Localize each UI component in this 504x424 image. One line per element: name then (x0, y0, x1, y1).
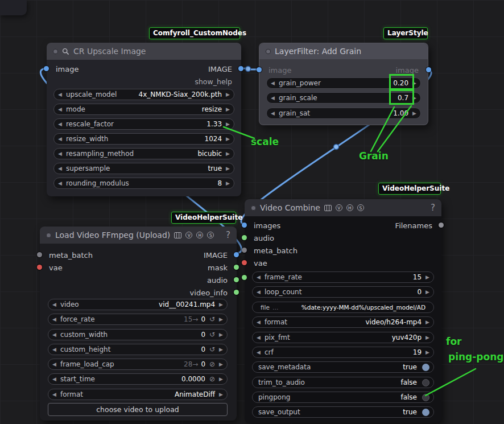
port-audio-input[interactable] (242, 235, 247, 240)
help-icon[interactable]: ? (226, 230, 230, 240)
decrement-icon[interactable]: ◀ (271, 110, 275, 116)
widget-format[interactable]: ◀ format video/h264-mp4 ▶ (252, 316, 434, 328)
decrement-icon[interactable]: ◀ (257, 274, 261, 280)
decrement-icon[interactable]: ◀ (271, 95, 275, 101)
increment-icon[interactable]: ▶ (412, 110, 416, 116)
disable-icon[interactable]: ⊘ (209, 360, 215, 368)
widget-force-rate[interactable]: ◀ force_rate 15→ 0 ↺ ▶ (48, 314, 228, 325)
node-header[interactable]: Video Combine V H S ? (245, 199, 441, 216)
partial-node-offscreen[interactable] (0, 0, 27, 15)
port-image-output[interactable] (234, 252, 239, 257)
decrement-icon[interactable]: ◀ (257, 335, 261, 340)
widget-custom-width[interactable]: ◀ custom_width 0 ↺ ▶ (48, 329, 228, 340)
increment-icon[interactable]: ▶ (412, 80, 416, 86)
choose-video-button[interactable]: choose video to upload (48, 403, 228, 416)
collapse-toggle[interactable] (53, 49, 58, 54)
increment-icon[interactable]: ▶ (219, 316, 223, 322)
node-header[interactable]: LayerFilter: Add Grain (259, 43, 428, 59)
port-mask-output[interactable] (234, 265, 239, 270)
decrement-icon[interactable]: ◀ (58, 180, 62, 186)
decrement-icon[interactable]: ◀ (257, 349, 261, 355)
widget-frame-rate[interactable]: ◀ frame_rate 15 ▶ (252, 271, 434, 283)
widget-custom-height[interactable]: ◀ custom_height 0 ↺ ▶ (48, 344, 228, 355)
port-image-input[interactable] (257, 67, 262, 72)
port-image-output[interactable] (426, 67, 431, 72)
increment-icon[interactable]: ▶ (425, 319, 429, 325)
decrement-icon[interactable]: ◀ (58, 151, 62, 157)
reset-icon[interactable]: ↺ (209, 315, 215, 323)
decrement-icon[interactable]: ◀ (52, 392, 56, 397)
node-layerfilter-add-grain[interactable]: LayerFilter: Add Grain image image ◀ gra… (259, 43, 428, 125)
decrement-icon[interactable]: ◀ (58, 166, 62, 171)
decrement-icon[interactable]: ◀ (52, 376, 56, 382)
increment-icon[interactable]: ▶ (226, 121, 230, 127)
toggle-knob[interactable] (422, 409, 429, 416)
decrement-icon[interactable]: ◀ (52, 302, 56, 307)
increment-icon[interactable]: ▶ (226, 136, 230, 142)
widget-resampling-method[interactable]: ◀ resampling_method bicubic ▶ (53, 148, 234, 159)
decrement-icon[interactable]: ◀ (52, 347, 56, 352)
widget-filename-prefix[interactable]: file … %date:yyyy-MM-dd%/upscaled_model/… (252, 302, 434, 313)
port-audio-output[interactable] (234, 277, 239, 282)
port-image-output[interactable] (238, 66, 243, 71)
decrement-icon[interactable]: ◀ (58, 106, 62, 112)
disable-icon[interactable]: ⊘ (209, 375, 215, 383)
port-vae-input[interactable] (242, 260, 247, 265)
toggle-knob[interactable] (422, 394, 429, 401)
increment-icon[interactable]: ▶ (425, 349, 429, 355)
node-video-combine[interactable]: Video Combine V H S ? images Filenames a… (245, 199, 441, 423)
increment-icon[interactable]: ▶ (226, 166, 230, 171)
toggle-knob[interactable] (422, 364, 429, 371)
port-images-input[interactable] (242, 223, 247, 228)
widget-loop-count[interactable]: ◀ loop_count 0 ▶ (252, 286, 434, 298)
decrement-icon[interactable]: ◀ (58, 121, 62, 127)
port-meta-batch-input[interactable] (37, 252, 42, 257)
widget-rounding-modulus[interactable]: ◀ rounding_modulus 8 ▶ (53, 178, 234, 189)
widget-save-output[interactable]: save_output true (252, 406, 434, 418)
node-graph-canvas[interactable]: CR Upscale Image image IMAGE show_help ◀… (0, 0, 504, 424)
widget-pingpong[interactable]: pingpong false (252, 392, 434, 403)
port-meta-batch-input[interactable] (242, 248, 247, 253)
increment-icon[interactable]: ▶ (226, 151, 230, 157)
widget-rescale-factor[interactable]: ◀ rescale_factor 1.33 ▶ (53, 118, 234, 130)
widget-format[interactable]: ◀ format AnimateDiff ▶ (48, 389, 228, 400)
help-icon[interactable]: ? (431, 203, 435, 213)
increment-icon[interactable]: ▶ (219, 332, 223, 337)
widget-crf[interactable]: ◀ crf 19 ▶ (252, 347, 434, 358)
decrement-icon[interactable]: ◀ (58, 92, 62, 97)
node-header[interactable]: CR Upscale Image (47, 43, 241, 60)
increment-icon[interactable]: ▶ (219, 392, 223, 397)
widget-save-metadata[interactable]: save_metadata true (252, 361, 434, 373)
widget-mode[interactable]: ◀ mode resize ▶ (53, 104, 234, 115)
increment-icon[interactable]: ▶ (226, 180, 230, 186)
decrement-icon[interactable]: ◀ (52, 332, 56, 337)
port-frame-rate-input[interactable] (242, 275, 247, 280)
collapse-toggle[interactable] (251, 205, 256, 211)
decrement-icon[interactable]: ◀ (58, 136, 62, 142)
increment-icon[interactable]: ▶ (219, 376, 223, 382)
reset-icon[interactable]: ↺ (209, 331, 215, 339)
increment-icon[interactable]: ▶ (425, 274, 429, 280)
widget-video[interactable]: ◀ video vid__00241.mp4 ▶ (48, 299, 228, 310)
increment-icon[interactable]: ▶ (412, 95, 416, 101)
widget-pix-fmt[interactable]: ◀ pix_fmt yuv420p ▶ (252, 332, 434, 343)
widget-grain-power[interactable]: ◀ grain_power 0.20 ▶ (266, 77, 421, 89)
port-video-info-output[interactable] (234, 290, 239, 295)
widget-grain-sat[interactable]: ◀ grain_sat 1.00 ▶ (266, 108, 421, 119)
port-filenames-output[interactable] (439, 223, 444, 228)
reset-icon[interactable]: ↺ (209, 345, 215, 353)
increment-icon[interactable]: ▶ (425, 335, 429, 340)
node-cr-upscale-image[interactable]: CR Upscale Image image IMAGE show_help ◀… (47, 43, 241, 196)
increment-icon[interactable]: ▶ (425, 289, 429, 295)
widget-start-time[interactable]: ◀ start_time 0.0000 ⊘ ▶ (48, 373, 228, 385)
widget-trim-to-audio[interactable]: trim_to_audio false (252, 377, 434, 388)
collapse-toggle[interactable] (266, 49, 271, 54)
widget-supersample[interactable]: ◀ supersample true ▶ (53, 163, 234, 174)
increment-icon[interactable]: ▶ (219, 302, 223, 307)
widget-resize-width[interactable]: ◀ resize_width 1024 ▶ (53, 133, 234, 145)
widget-upscale-model[interactable]: ◀ upscale_model 4x_NMKD-Siax_200k.pth ▶ (53, 89, 234, 100)
widget-grain-scale[interactable]: ◀ grain_scale 0.7 ▶ (266, 92, 421, 104)
widget-frame-load-cap[interactable]: ◀ frame_load_cap 28→ 0 ⊘ ▶ (48, 359, 228, 370)
decrement-icon[interactable]: ◀ (257, 319, 261, 325)
decrement-icon[interactable]: ◀ (257, 289, 261, 295)
